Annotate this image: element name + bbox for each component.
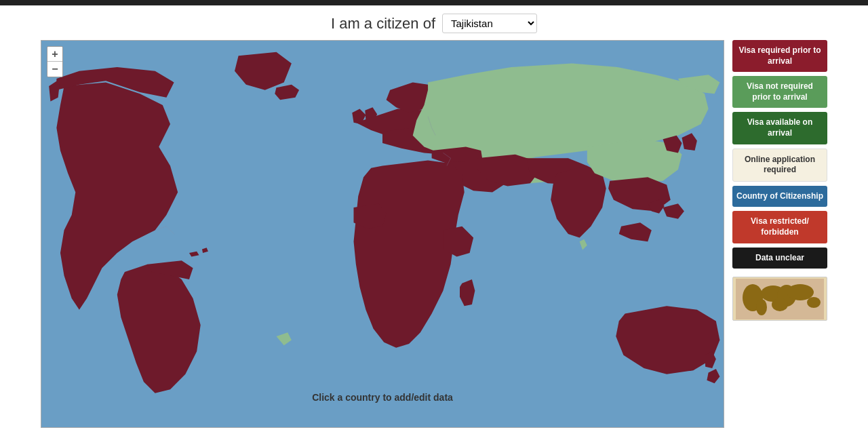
svg-point-8 xyxy=(756,299,767,315)
legend-online-app[interactable]: Online application required xyxy=(732,149,827,182)
zoom-in-button[interactable]: + xyxy=(47,47,62,62)
main-container: + − xyxy=(0,40,868,434)
map-wrapper[interactable]: + − xyxy=(41,40,724,428)
legend-visa-not-required[interactable]: Visa not required prior to arrival xyxy=(732,76,827,108)
svg-point-5 xyxy=(787,284,814,300)
legend-data-unclear[interactable]: Data unclear xyxy=(732,248,827,269)
legend-country-citizenship[interactable]: Country of Citizenship xyxy=(732,186,827,208)
svg-point-7 xyxy=(772,298,788,311)
svg-point-6 xyxy=(807,297,821,308)
country-select[interactable]: Tajikistan Afghanistan Albania Algeria A… xyxy=(442,14,537,33)
legend-panel: Visa required prior to arrival Visa not … xyxy=(732,40,827,321)
world-map[interactable] xyxy=(41,41,724,427)
thumbnail-svg xyxy=(736,279,824,319)
legend-visa-on-arrival[interactable]: Visa available on arrival xyxy=(732,112,827,144)
citizen-label: I am a citizen of xyxy=(331,15,435,33)
top-bar xyxy=(0,0,868,5)
header: I am a citizen of Tajikistan Afghanistan… xyxy=(0,5,868,40)
map-thumbnail xyxy=(732,277,827,321)
legend-visa-required[interactable]: Visa required prior to arrival xyxy=(732,40,827,72)
legend-visa-restricted[interactable]: Visa restricted/ forbidden xyxy=(732,211,827,243)
map-controls: + − xyxy=(47,46,63,77)
zoom-out-button[interactable]: − xyxy=(47,62,62,77)
